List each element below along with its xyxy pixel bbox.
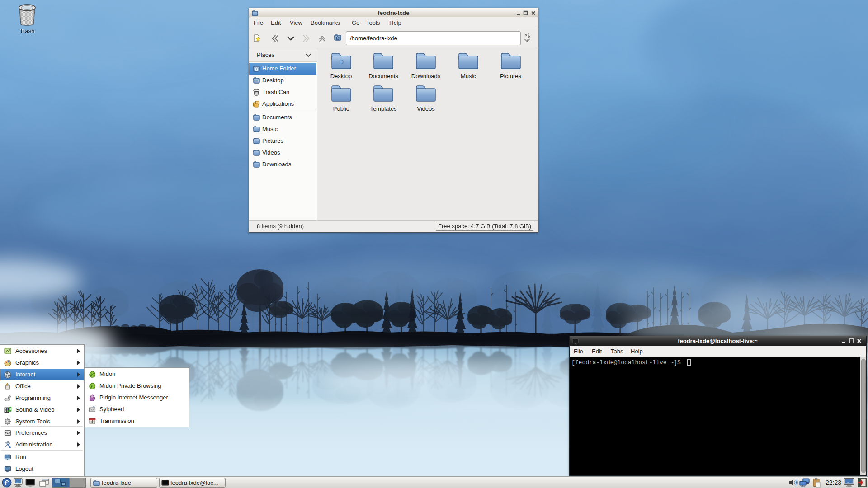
svg-text:D: D [339, 58, 343, 66]
